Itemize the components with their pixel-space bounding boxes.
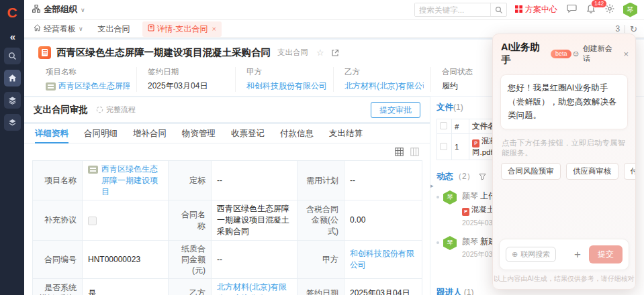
field-label: 甲方 <box>297 240 344 279</box>
close-icon[interactable]: × <box>212 25 216 33</box>
brand-logo: C <box>7 4 17 21</box>
tab-supplement[interactable]: 增补合同 <box>133 124 167 143</box>
column-view-icon[interactable] <box>410 148 419 156</box>
contract-risk-review-button[interactable]: 合同风险预审 <box>501 163 561 180</box>
tab-settlement[interactable]: 支出结算 <box>329 124 363 143</box>
field-value: 和创科技股份有限公司 <box>344 240 422 279</box>
new-session-button[interactable]: 创建新会话 <box>583 44 617 64</box>
tab-payment[interactable]: 付款信息 <box>280 124 314 143</box>
left-sidebar: C « <box>0 0 24 295</box>
field-value: -- <box>212 161 297 200</box>
field-label: 需用计划 <box>297 161 344 200</box>
org-tree-icon <box>32 5 40 15</box>
layers-icon <box>8 96 17 105</box>
chevron-down-icon: ∨ <box>79 25 83 32</box>
submit-button[interactable]: 提交 <box>589 245 623 263</box>
detail-panel: 详细资料 合同明细 增补合同 物资管理 收票登记 付款信息 支出结算 项目名称 … <box>24 124 430 295</box>
supplement-checkbox[interactable] <box>88 217 97 225</box>
ai-task-buttons: 合同风险预审 供应商审核 付款信息比对 <box>501 163 627 180</box>
sidebar-search-button[interactable] <box>4 48 21 64</box>
external-link-icon[interactable] <box>331 49 339 57</box>
solution-center-label: 方案中心 <box>525 4 557 15</box>
field-value: 北方材料(北京)有限公司廊坊分公司 <box>212 279 297 295</box>
filter-funnel-icon[interactable] <box>479 173 486 180</box>
sidebar-apps-button[interactable] <box>4 92 21 109</box>
tab-invoice[interactable]: 收票登记 <box>231 124 265 143</box>
divider <box>625 25 625 33</box>
field-sign-date: 签约日期 2025年03月04日 <box>136 67 235 92</box>
followers-title: 跟进人 <box>436 288 462 295</box>
field-value: 2025年03月04日 <box>344 279 422 295</box>
files-title: 文件 <box>436 103 453 112</box>
table-toolbar <box>24 143 430 160</box>
party-a-link[interactable]: 和创科技股份有限公司 <box>350 249 414 270</box>
field-label: 补充协议 <box>33 200 83 240</box>
document-icon <box>148 24 154 34</box>
tab-label: 支出合同 <box>98 23 130 35</box>
table-view-icon[interactable] <box>395 148 404 156</box>
table-row: 是否系统模板(系统) 是 乙方 北方材料(北京)有限公司廊坊分公司 签约日期 2… <box>33 279 422 295</box>
settings-button[interactable] <box>605 4 614 15</box>
sidebar-modules-button[interactable] <box>4 114 21 131</box>
globe-icon: ⊕ <box>512 250 518 259</box>
notification-button[interactable]: 142 <box>586 4 596 16</box>
message-button[interactable] <box>567 4 577 15</box>
attach-plus-icon[interactable]: + <box>574 248 581 261</box>
favorite-star-icon[interactable]: ☆ <box>316 48 324 58</box>
party-b-link[interactable]: 北方材料(北京)有限公司廊坊分公司 <box>217 282 287 295</box>
project-link[interactable]: 西青区绿色生态屏障一期建设项目 <box>101 164 163 197</box>
refresh-icon[interactable]: ↻ <box>630 24 637 34</box>
layers-icon <box>8 118 17 127</box>
approval-title: 支出合同审批 <box>34 104 88 116</box>
panel-collapse-handle[interactable]: ▸ <box>430 182 434 189</box>
supplier-audit-button[interactable]: 供应商审核 <box>566 163 618 180</box>
activity-count: （2） <box>454 171 475 182</box>
sidebar-collapse-icon[interactable]: « <box>10 31 14 42</box>
file-index: 1 <box>452 134 469 160</box>
tab-contract-detail[interactable]: 详情-支出合同 × <box>142 21 222 37</box>
home-icon <box>34 24 41 34</box>
tab-dashboard[interactable]: 经营看板 ∨ <box>34 23 83 35</box>
pdf-icon: P <box>462 208 469 216</box>
contract-doc-icon <box>38 46 51 59</box>
field-label: 定标 <box>169 161 212 200</box>
field-party-a: 甲方 和创科技股份有限公司 <box>235 67 333 92</box>
search-input[interactable] <box>415 3 490 16</box>
tab-expense-contracts[interactable]: 支出合同 <box>98 23 130 35</box>
web-search-toggle[interactable]: ⊕联网搜索 <box>506 247 556 262</box>
submit-approval-button[interactable]: 提交审批 <box>371 102 420 118</box>
ai-hint-text: 点击下方任务按钮，立即启动专属智能服务。 <box>502 138 627 158</box>
close-icon[interactable]: × <box>623 49 629 59</box>
app-screen: C « 全部组织 ∨ 方案中心 <box>0 0 644 295</box>
tab-contract-items[interactable]: 合同明细 <box>84 124 118 143</box>
org-selector[interactable]: 全部组织 ∨ <box>32 4 85 15</box>
field-value: -- <box>212 240 297 279</box>
select-all-checkbox[interactable] <box>440 122 447 129</box>
tab-detail-info[interactable]: 详细资料 <box>35 124 68 143</box>
tab-label: 详情-支出合同 <box>157 23 208 35</box>
followers-section: 跟进人 (1) <box>436 287 474 295</box>
full-process-link[interactable]: 完整流程 <box>96 105 136 115</box>
ai-input-bar: ⊕联网搜索 + 提交 <box>499 239 629 270</box>
user-avatar[interactable]: 琴 <box>623 3 637 17</box>
payment-info-compare-button[interactable]: 付款信息比对 <box>624 163 637 180</box>
row-checkbox[interactable] <box>440 143 447 150</box>
party-a-link[interactable]: 和创科技股份有限公司 <box>246 80 326 92</box>
tab-materials[interactable]: 物资管理 <box>182 124 216 143</box>
top-bar: 全部组织 ∨ 方案中心 142 琴 <box>24 0 644 20</box>
search-button[interactable] <box>490 3 506 16</box>
ai-disclaimer: 以上内容由AI生成，结果仅供参考，请仔细核对 <box>493 274 635 284</box>
party-b-link[interactable]: 北方材料(北京)有限公司廊坊... <box>344 80 424 92</box>
files-count: (1) <box>453 103 463 112</box>
search-icon <box>8 52 17 60</box>
solution-center-link[interactable]: 方案中心 <box>515 4 557 15</box>
project-link[interactable]: 西青区绿色生态屏障一... <box>58 80 130 92</box>
table-row: 项目名称 西青区绿色生态屏障一期建设项目 定标 -- 需用计划 -- <box>33 161 422 200</box>
chevron-down-icon: ∨ <box>81 7 85 13</box>
pdf-icon: P <box>472 139 479 148</box>
avatar: 琴 <box>623 3 637 17</box>
avatar: 琴 <box>443 190 457 204</box>
contract-type-label: 支出合同 <box>277 48 308 58</box>
field-value <box>83 200 169 240</box>
sidebar-home-button[interactable] <box>4 70 21 86</box>
